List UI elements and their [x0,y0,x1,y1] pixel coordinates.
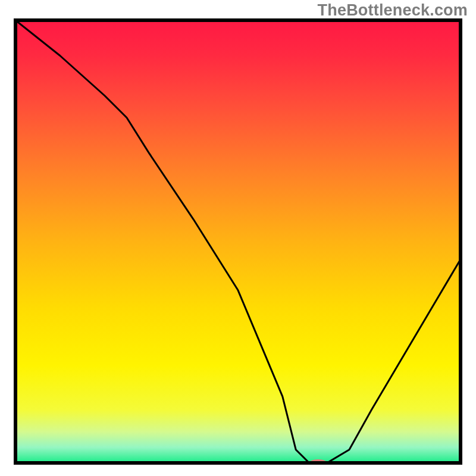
chart-stage: TheBottleneck.com [0,0,476,476]
gradient-background [15,20,461,463]
bottleneck-chart [0,0,476,476]
